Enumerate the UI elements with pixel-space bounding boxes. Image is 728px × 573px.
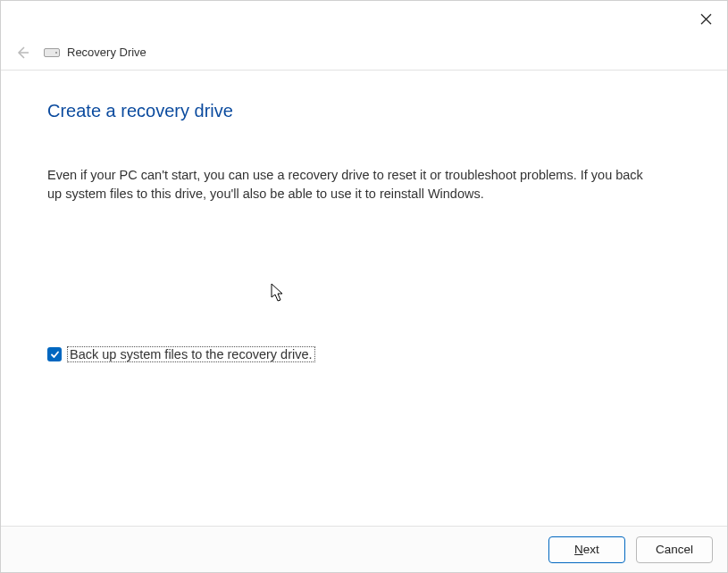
page-heading: Create a recovery drive (47, 101, 681, 121)
content-area: Create a recovery drive Even if your PC … (1, 71, 727, 362)
next-button-label: ext (583, 543, 599, 556)
backup-checkbox-row[interactable]: Back up system files to the recovery dri… (47, 346, 681, 362)
back-arrow-icon (15, 46, 29, 60)
close-icon (700, 13, 712, 25)
checkmark-icon (50, 350, 60, 360)
window-title: Recovery Drive (67, 46, 146, 59)
close-button[interactable] (695, 8, 716, 29)
svg-point-4 (55, 52, 57, 54)
back-button[interactable] (12, 42, 33, 63)
backup-checkbox[interactable] (47, 347, 62, 361)
header-row: Recovery Drive (1, 35, 727, 71)
page-description: Even if your PC can't start, you can use… (47, 166, 655, 203)
footer: Next Cancel (1, 526, 727, 572)
cancel-button[interactable]: Cancel (636, 536, 713, 563)
backup-checkbox-label[interactable]: Back up system files to the recovery dri… (67, 346, 315, 362)
drive-icon (44, 46, 60, 59)
next-button[interactable]: Next (548, 536, 625, 563)
titlebar (1, 1, 727, 35)
